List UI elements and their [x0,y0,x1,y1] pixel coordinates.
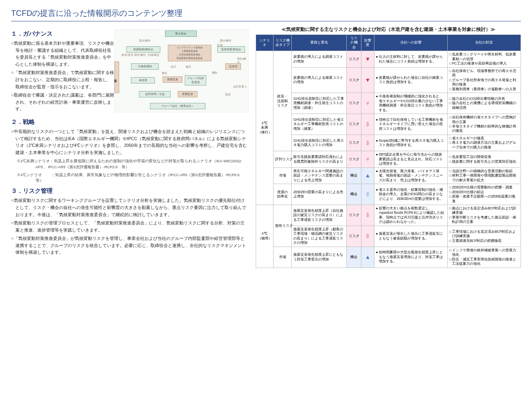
action-item: 協力会社のCO2排出量情報の共有 [449,97,519,101]
cell-scenario: 4℃ （物理） [256,205,274,268]
impact-item: 短時間豪雨や大型台風発生頻度上昇にともなう激甚災害増加により、対策工事は増加する… [376,250,446,264]
lbl8: 補助 [212,71,217,75]
cell-impact: SBT認定企業を中心に取引先からの脱炭素要請は高まると見込まれ、対応コストは増加… [374,151,447,167]
impact-item: 炭素税が課せられた場合に自社の操業コスト負担は増加する。 [376,76,446,85]
cell-degree: ⇩ [361,135,374,151]
cell-impact: Scope2削減に寄与する再エネ電力購入コスト負担が増加する。 [374,135,447,151]
cell-action: 低炭素コンクリートや再生材料、低炭素素材への切替PC工法の推進や高効率設備の導入 [447,51,521,67]
cell-action: 自社保有ビル、現場事務所での再エネ活用グループ各社所有地での再エネ発電と利用の推… [447,67,521,93]
lbl1c: 選任/解任 [237,57,248,65]
cell-action: インフラ整備や維持補修事業への営業力強化防災・減災工事実用化技術開発の推進と工法… [447,247,521,268]
strat-note: ※2℃未満シナリオ：気温上昇を最低限に抑えるための規制の強化や市場の変化などの対… [17,158,249,170]
table-row: 市場再生可能エネルギー関連施設の新設・メンテナンス需要の高まりによる売上増加機会… [256,167,521,184]
cell-action: 自社保有機材の省エネタイプへの買換計画の立案非省エネタイプ機材の効率的な稼働計画… [447,114,521,135]
node-mgmt: 経営管理／支援 [139,91,171,97]
node-ba2: 業務監査 [178,91,198,97]
cell-factor: ZEB/ZEH需要の高まりによる売上増加 [292,184,347,205]
action-item: インフラ整備や維持補修事業への営業力強化 [449,248,519,257]
cell-action: 協力会社のCO2排出量情報の共有協力会社との連携による環境対策機械の積極活用 [447,93,521,114]
cell-impact: 激甚災害が発生した場合に工事遅延等にともなう被害総額が増加する。 [374,226,447,247]
cell-degree: ⇧ [361,184,374,205]
arrow-icon: ▼ [365,100,370,107]
cell-action: 低炭素型工法の開発促進脱炭素に関する取引先との営業対応強化 [447,151,521,167]
cell-action: 当該分野への積極的な営業活動の取組材料工事一体開発や環境配慮型製品開発での耐火事… [447,167,521,184]
action-item: 材料工事一体開発や環境配慮型製品開発での耐火事業の拡大 [449,173,519,182]
node-board: 取締役/取締役会 [126,46,160,53]
gov-paragraph: ○気候変動に係る基本方針や重要事項、リスクや機会等を検討・審議する組織として、代… [11,40,114,68]
cell-factor: 炭素税の導入による操業コストの増加 [292,67,347,93]
page-title: TCFDの提言に沿った情報開示のコンテンツ整理 [11,8,521,19]
cell-ro: リスク [347,226,361,247]
table-header: 当社への影響 [374,35,447,51]
cell-factor: 激甚災害発生頻度上昇（自社施設の被災リスクの高まり）による工事遅延リスクの増加 [292,205,347,226]
cell-degree: ⇩ [361,205,374,226]
node-ga: グループ内部監査部 [185,75,206,86]
impact-item: Scope2削減に寄与する再エネ電力購入コスト負担が増加する。 [376,139,446,148]
lbl5: 助言/提言 [122,53,133,57]
node-nom: 指名委員会 [114,61,119,93]
cell-ro: リスク [347,67,361,93]
cell-factor: GHG排出規制等に対応した工事資機材調達・外注発注コストの増加（調達） [292,93,347,114]
risk-paragraph: ○気候変動リスクに関するワーキンググループを設置してシナリオ分析を実施しました。… [11,197,249,218]
table-row: 評判リスク取引先脱炭素要請対応遅れによる購買対象除外リスクの高まりリスク▼SBT… [256,151,521,167]
node-rep: 代表取締役 [131,63,159,70]
impact-item: 現時点で自社保有している工事機材を省エネルギータイプに買い替えた場合の投資コスト… [376,118,446,131]
cell-type: 政策・ 法規制 リスク [273,51,291,151]
table-row: GHG排出規制等に対応した再エネ電力購入コストの増加リスク⇩Scope2削減に寄… [256,135,521,151]
table-row: 激甚災害発生頻度上昇（顧客の工事現場・物流網の被災リスクの高まり）による工事遅延… [256,226,521,247]
arrow-icon: ▼ [365,156,370,163]
cell-action: ZEB/ZEH仕様の需要動向の把握・調査ZEB/ZEH仕様の組込新築・改修予定顧… [447,184,521,205]
cell-impact: 現時点で自社保有している工事機材を省エネルギータイプに買い替えた場合の投資コスト… [374,114,447,135]
cell-type: 市場 [273,247,291,268]
cell-ro: リスク [347,205,361,226]
arrow-icon: ⇩ [365,211,370,219]
arrow-icon: ⇩ [365,139,370,147]
arrow-icon: ▼ [365,55,370,63]
action-item: 工事現場における策定済みBCP対応および訓練実施 [449,230,519,239]
action-item: ZEB/ZEH仕様の需要動向の把握・調査 [449,185,519,190]
strat-paragraph: ○中長期的なリスクの一つとして「気候変動」を捉え、関連リスクおよび機会を踏まえた… [11,128,249,156]
table-header: 当社の対策 [447,35,521,51]
heading-risk: ３．リスク管理 [11,187,249,195]
action-item: 脱炭素に関する取引先との営業対応強化 [449,160,519,164]
cell-type: 急性リスク [273,205,291,247]
h-rule [11,21,521,21]
action-item: 再エネ電力の調達方法の立案およびグループ全体での購入の推進 [449,141,519,150]
cell-degree: ▼ [361,67,374,93]
table-header: リスク機会タイプ [273,35,291,51]
cell-impact: 短時間豪雨や大型台風発生頻度上昇にともなう激甚災害増加により、対策工事は増加する… [374,247,447,268]
risk-table: シナリオリスク機会タイプ要因と変化リスク/機会影響度当社への影響当社の対策 2℃… [256,34,521,268]
cell-ro: 機会 [347,167,361,184]
action-item: 業務利用車（乗用車）の電動車への入替 [449,87,519,91]
cell-factor: 再生可能エネルギー関連施設の新設・メンテナンス需要の高まりによる売上増加 [292,167,347,184]
right-column: ≪気候変動に関する主なリスクと機会および対応（木造戸建を含む建築・土木事業を対象… [256,26,521,268]
heading-governance: １．ガバナンス [11,30,114,38]
node-div: 各部署 [131,77,155,84]
lbl1: 選任/解任 [139,39,151,43]
action-item: 低炭素コンクリートや再生材料、低炭素素材への切替 [449,52,519,61]
cell-action: 工事現場における策定済みBCP対応および訓練実施主要調達先BCP対応の把握徹底 [447,226,521,247]
action-item: 拠点における策定済みBCP対応および訓練実施 [449,206,519,215]
table-title: ≪気候変動に関する主なリスクと機会および対応（木造戸建を含む建築・土木事業を対象… [256,26,521,33]
impact-item: 今後各種規制が飛躍的に強化されると、省エネルギーやCO2排出量の少ない工事資機材… [376,94,446,112]
action-item: 事業中断リスクを考慮した拠点新設・移転計画の立案 [449,215,519,224]
lbl4: 報告 [162,72,167,75]
cell-ro: 機会 [347,184,361,205]
cell-impact: 省エネ基準の強化・総量規制の強化・補助金の導入、企業のESG関心の高まりなどによ… [374,184,447,205]
node-sh: 株主総会 [165,30,197,37]
action-item: 協力会社との連携による環境対策機械の積極活用 [449,101,519,110]
cell-impact: 影響の大きい拠点を複数選定し、Aqueduct floods RCP8.5により… [374,205,447,226]
cell-degree: ⇩ [361,226,374,247]
action-item: 自社保有ビル、現場事務所での再エネ活用 [449,69,519,78]
cell-degree: ▲ [361,247,374,268]
arrow-icon: ▲ [365,253,370,261]
cell-factor: GHG排出規制等に対応した省エネルギー工事機材投資コストの増加（操業） [292,114,347,135]
cell-ro: リスク [347,51,361,67]
action-item: グループ各社所有地での再エネ発電と利用の推進 [449,78,519,87]
table-row: 炭素税の導入による操業コストの増加リスク▼炭素税が課せられた場合に自社の操業コス… [256,67,521,93]
cell-type: 評判リスク [273,151,291,167]
org-diagram: 株主総会 指名委員会 取締役/取締役会 コンプライアンス委員会 人材開発委員会 … [114,29,249,112]
cell-impact: 炭素税が課せられた場合に自社の操業コスト負担は増加する。 [374,67,447,93]
table-header: シナリオ [256,35,274,51]
cell-degree: ▲ [361,167,374,184]
